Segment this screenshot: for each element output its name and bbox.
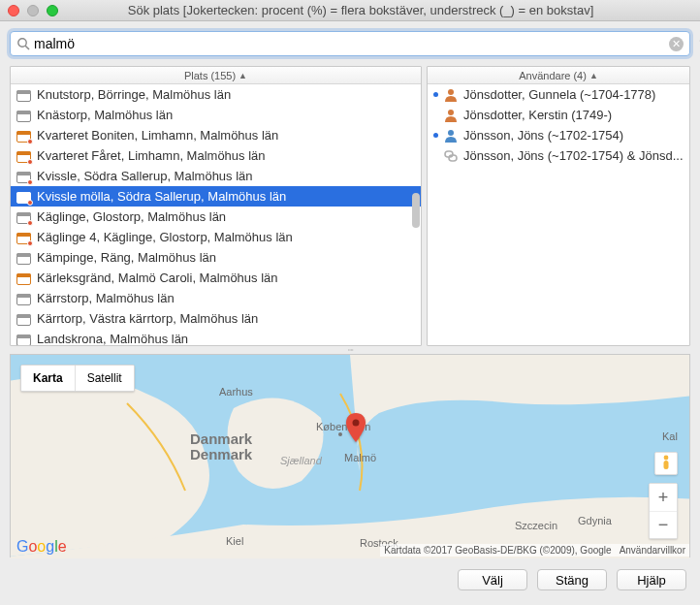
users-row-label: Jönsdotter, Gunnela (~1704-1778) bbox=[463, 87, 655, 102]
places-row-label: Knutstorp, Börringe, Malmöhus län bbox=[37, 87, 231, 102]
places-row[interactable]: Kärrtorp, Västra kärrtorp, Malmöhus län bbox=[11, 308, 421, 329]
places-row[interactable]: Käglinge, Glostorp, Malmöhus län bbox=[11, 207, 421, 227]
calendar-icon bbox=[16, 88, 31, 102]
places-header[interactable]: Plats (155) ▲ bbox=[11, 67, 421, 84]
bullet-icon bbox=[433, 133, 438, 138]
places-row[interactable]: Käglinge 4, Käglinge, Glostorp, Malmöhus… bbox=[11, 227, 421, 247]
search-input[interactable] bbox=[34, 36, 666, 51]
google-logo: Google bbox=[16, 538, 67, 556]
sort-asc-icon: ▲ bbox=[239, 71, 247, 80]
users-header[interactable]: Användare (4) ▲ bbox=[428, 67, 689, 84]
map-type-control: Karta Satellit bbox=[20, 365, 135, 392]
svg-point-2 bbox=[448, 89, 454, 95]
calendar-icon bbox=[16, 210, 31, 224]
calendar-icon bbox=[16, 129, 31, 143]
places-panel: Plats (155) ▲ Knutstorp, Börringe, Malmö… bbox=[10, 66, 422, 346]
users-row[interactable]: Jönsdotter, Gunnela (~1704-1778) bbox=[428, 84, 689, 105]
close-button[interactable]: Stäng bbox=[537, 569, 607, 590]
places-row-label: Knästorp, Malmöhus län bbox=[37, 108, 173, 122]
map-label-gdynia: Gdynia bbox=[578, 515, 613, 526]
places-row[interactable]: Kvarteret Boniten, Limhamn, Malmöhus län bbox=[11, 125, 421, 145]
places-row-label: Käglinge, Glostorp, Malmöhus län bbox=[37, 209, 226, 224]
places-header-count: (155) bbox=[210, 70, 236, 81]
places-row-label: Käglinge 4, Käglinge, Glostorp, Malmöhus… bbox=[37, 230, 293, 244]
places-header-label: Plats bbox=[184, 70, 207, 81]
sort-asc-icon: ▲ bbox=[589, 71, 598, 80]
svg-point-7 bbox=[353, 420, 360, 427]
calendar-icon bbox=[16, 271, 31, 285]
places-row-label: Kärleksgränd, Malmö Caroli, Malmöhus län bbox=[37, 271, 278, 285]
map-label-kal: Kal bbox=[662, 430, 678, 442]
places-row[interactable]: Kämpinge, Räng, Malmöhus län bbox=[11, 247, 421, 268]
users-row[interactable]: Jönsdotter, Kerstin (1749-) bbox=[428, 105, 689, 125]
calendar-icon bbox=[16, 231, 31, 244]
svg-point-0 bbox=[18, 39, 26, 47]
svg-point-3 bbox=[448, 110, 454, 115]
places-row-label: Kärrtorp, Västra kärrtorp, Malmöhus län bbox=[37, 311, 258, 326]
svg-point-4 bbox=[448, 130, 454, 136]
window-title: Sök plats [Jokertecken: procent (%) = fl… bbox=[29, 3, 692, 17]
zoom-in-button[interactable]: + bbox=[650, 484, 677, 511]
map-label-kiel: Kiel bbox=[226, 535, 243, 547]
calendar-icon bbox=[16, 251, 31, 265]
map-label-danmark: Danmark bbox=[190, 430, 253, 447]
svg-point-8 bbox=[664, 456, 669, 461]
places-list[interactable]: Knutstorp, Börringe, Malmöhus länKnästor… bbox=[11, 84, 421, 345]
clear-search-button[interactable]: ✕ bbox=[669, 37, 684, 51]
search-icon bbox=[16, 37, 30, 53]
places-row[interactable]: Kärleksgränd, Malmö Caroli, Malmöhus län bbox=[11, 268, 421, 288]
calendar-icon bbox=[16, 190, 31, 204]
users-row-label: Jönsson, Jöns (~1702-1754) bbox=[463, 128, 623, 143]
places-row-label: Kämpinge, Räng, Malmöhus län bbox=[37, 250, 216, 265]
map-type-satellite[interactable]: Satellit bbox=[75, 366, 134, 391]
places-row-label: Landskrona, Malmöhus län bbox=[37, 332, 188, 345]
svg-line-1 bbox=[25, 46, 29, 49]
map-terms-link[interactable]: Användarvillkor bbox=[620, 545, 685, 556]
users-row-label: Jönsdotter, Kerstin (1749-) bbox=[463, 108, 612, 122]
places-row[interactable]: Kärrstorp, Malmöhus län bbox=[11, 288, 421, 308]
title-bar: Sök plats [Jokertecken: procent (%) = fl… bbox=[0, 0, 700, 21]
person-icon bbox=[443, 128, 459, 143]
splitter-handle[interactable]: ┉ bbox=[10, 346, 690, 354]
users-row[interactable]: Jönsson, Jöns (~1702-1754) bbox=[428, 125, 689, 145]
places-row[interactable]: Landskrona, Malmöhus län bbox=[11, 329, 421, 345]
map-label-szczecin: Szczecin bbox=[515, 520, 557, 531]
users-list[interactable]: Jönsdotter, Gunnela (~1704-1778)Jönsdott… bbox=[428, 84, 689, 345]
map-view[interactable]: København Malmö Danmark Denmark Sjælland… bbox=[10, 354, 690, 557]
calendar-icon bbox=[16, 109, 31, 122]
select-button[interactable]: Välj bbox=[458, 569, 527, 590]
map-label-malmo: Malmö bbox=[344, 452, 376, 463]
places-row-label: Kvissle mölla, Södra Sallerup, Malmöhus … bbox=[37, 189, 286, 204]
svg-rect-9 bbox=[664, 461, 669, 469]
places-row-label: Kärrstorp, Malmöhus län bbox=[37, 291, 175, 305]
calendar-icon bbox=[16, 292, 31, 305]
zoom-out-button[interactable]: − bbox=[650, 511, 677, 538]
users-row[interactable]: Jönsson, Jöns (~1702-1754) & Jönsd... bbox=[428, 145, 689, 166]
map-attribution: Kartdata ©2017 GeoBasis-DE/BKG (©2009), … bbox=[380, 544, 689, 557]
places-row[interactable]: Knutstorp, Börringe, Malmöhus län bbox=[11, 84, 421, 105]
streetview-pegman[interactable] bbox=[654, 452, 678, 475]
person-icon bbox=[443, 108, 459, 123]
places-row-label: Kvarteret Boniten, Limhamn, Malmöhus län bbox=[37, 128, 278, 143]
close-window-button[interactable] bbox=[8, 5, 19, 16]
help-button[interactable]: Hjälp bbox=[617, 569, 686, 590]
places-row[interactable]: Kvarteret Fåret, Limhamn, Malmöhus län bbox=[11, 145, 421, 166]
calendar-icon bbox=[16, 149, 31, 163]
calendar-icon bbox=[16, 170, 31, 183]
places-row[interactable]: Knästorp, Malmöhus län bbox=[11, 105, 421, 125]
calendar-icon bbox=[16, 312, 31, 326]
places-row[interactable]: Kvissle mölla, Södra Sallerup, Malmöhus … bbox=[11, 186, 421, 207]
users-row-label: Jönsson, Jöns (~1702-1754) & Jönsd... bbox=[463, 148, 684, 163]
map-marker[interactable] bbox=[345, 413, 366, 445]
svg-point-6 bbox=[338, 432, 342, 436]
scrollbar-thumb[interactable] bbox=[412, 193, 420, 228]
map-label-aarhus: Aarhus bbox=[219, 386, 253, 398]
dialog-footer: Välj Stäng Hjälp bbox=[10, 557, 690, 590]
map-label-sjaelland: Sjælland bbox=[280, 455, 323, 466]
zoom-control: + − bbox=[649, 483, 678, 539]
map-type-map[interactable]: Karta bbox=[21, 366, 75, 391]
users-panel: Användare (4) ▲ Jönsdotter, Gunnela (~17… bbox=[427, 66, 690, 346]
users-header-label: Användare bbox=[519, 70, 570, 81]
places-row[interactable]: Kvissle, Södra Sallerup, Malmöhus län bbox=[11, 166, 421, 186]
places-row-label: Kvarteret Fåret, Limhamn, Malmöhus län bbox=[37, 148, 266, 163]
